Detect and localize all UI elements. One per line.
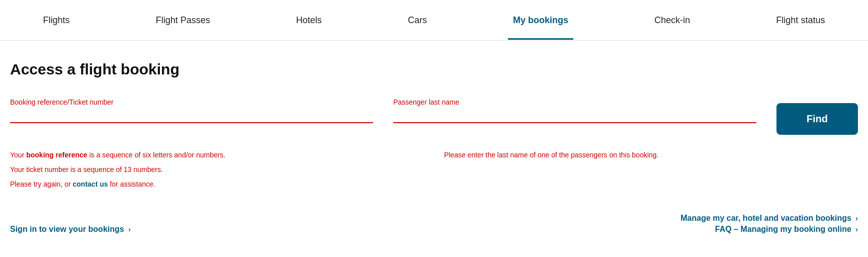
footer-left: Sign in to view your bookings › — [10, 225, 131, 236]
nav-list: Flights Flight Passes Hotels Cars My boo… — [0, 0, 868, 40]
booking-help-line1: Your booking reference is a sequence of … — [10, 150, 424, 160]
help-line3-suffix: for assistance. — [108, 180, 155, 188]
main-nav: Flights Flight Passes Hotels Cars My boo… — [0, 0, 868, 41]
last-name-input[interactable] — [393, 109, 756, 123]
nav-item-flight-passes[interactable]: Flight Passes — [151, 1, 215, 40]
help-section: Your booking reference is a sequence of … — [10, 150, 858, 194]
footer-links: Sign in to view your bookings › Manage m… — [10, 209, 858, 236]
main-content: Access a flight booking Booking referenc… — [0, 41, 868, 246]
footer-right: Manage my car, hotel and vacation bookin… — [680, 214, 858, 236]
nav-item-flights[interactable]: Flights — [38, 1, 75, 40]
nav-link-cars[interactable]: Cars — [403, 1, 432, 40]
manage-bookings-link[interactable]: Manage my car, hotel and vacation bookin… — [680, 214, 858, 223]
last-name-help-col: Please enter the last name of one of the… — [444, 150, 858, 194]
nav-link-flight-status[interactable]: Flight status — [771, 1, 830, 40]
booking-reference-input[interactable] — [10, 109, 373, 123]
booking-help-line3: Please try again, or contact us for assi… — [10, 179, 424, 190]
booking-reference-group: Booking reference/Ticket number — [10, 98, 373, 123]
nav-item-check-in[interactable]: Check-in — [649, 1, 695, 40]
nav-item-cars[interactable]: Cars — [403, 1, 432, 40]
contact-us-link[interactable]: contact us — [73, 180, 108, 188]
nav-item-flight-status[interactable]: Flight status — [771, 1, 830, 40]
sign-in-link[interactable]: Sign in to view your bookings › — [10, 225, 131, 234]
manage-bookings-text: Manage my car, hotel and vacation bookin… — [680, 214, 851, 222]
find-button[interactable]: Find — [776, 103, 858, 135]
booking-help-line1-suffix: is a sequence of six letters and/or numb… — [88, 151, 226, 159]
chevron-right-icon-2: › — [855, 214, 858, 222]
nav-link-my-bookings[interactable]: My bookings — [508, 1, 573, 40]
nav-item-my-bookings[interactable]: My bookings — [508, 1, 573, 40]
last-name-group: Passenger last name — [393, 98, 756, 123]
last-name-help-text: Please enter the last name of one of the… — [444, 150, 858, 160]
nav-link-flight-passes[interactable]: Flight Passes — [151, 1, 215, 40]
booking-reference-bold: booking reference — [26, 151, 87, 159]
nav-link-check-in[interactable]: Check-in — [649, 1, 695, 40]
booking-reference-label: Booking reference/Ticket number — [10, 98, 373, 106]
nav-link-hotels[interactable]: Hotels — [291, 1, 327, 40]
page-title: Access a flight booking — [10, 61, 858, 78]
chevron-right-icon: › — [128, 225, 131, 233]
faq-link-text: FAQ – Managing my booking online — [715, 225, 851, 233]
chevron-right-icon-3: › — [855, 225, 858, 233]
form-row: Booking reference/Ticket number Passenge… — [10, 98, 858, 135]
help-line3-prefix: Please try again, or — [10, 180, 73, 188]
nav-link-flights[interactable]: Flights — [38, 1, 75, 40]
booking-help-line2: Your ticket number is a sequence of 13 n… — [10, 164, 424, 175]
faq-link[interactable]: FAQ – Managing my booking online › — [680, 225, 858, 234]
last-name-label: Passenger last name — [393, 98, 756, 106]
booking-help-col: Your booking reference is a sequence of … — [10, 150, 424, 194]
sign-in-link-text: Sign in to view your bookings — [10, 225, 124, 233]
nav-item-hotels[interactable]: Hotels — [291, 1, 327, 40]
